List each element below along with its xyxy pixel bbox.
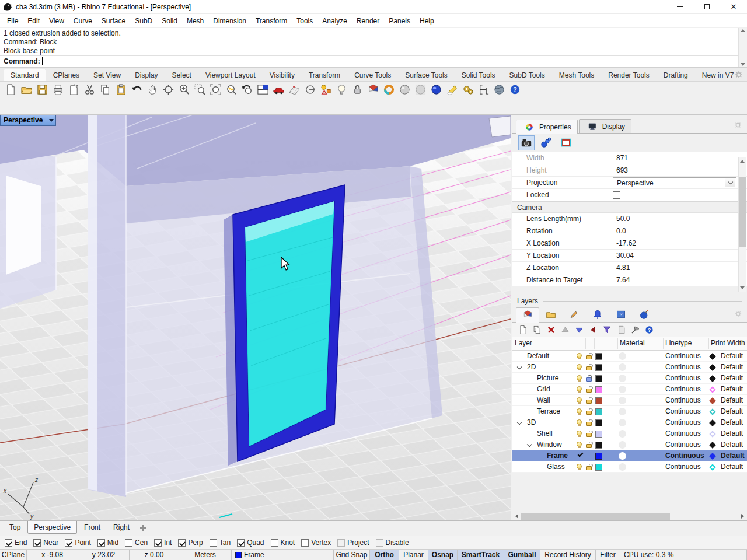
properties-scrollbar[interactable]: [738, 157, 746, 292]
lightbulb-icon[interactable]: [577, 408, 582, 414]
viewport-title-label[interactable]: Perspective: [0, 115, 47, 126]
layer-linetype[interactable]: Continuous: [665, 406, 701, 417]
osnap-end[interactable]: End: [5, 538, 27, 547]
material-preview-ball[interactable]: [619, 363, 626, 371]
checkbox[interactable]: [237, 539, 245, 547]
layer-color-swatch[interactable]: [595, 453, 602, 460]
layer-print-width[interactable]: Default: [721, 450, 745, 461]
layer-print-width[interactable]: Default: [721, 373, 743, 384]
print-color-diamond-icon[interactable]: [709, 430, 715, 437]
new-layer-icon[interactable]: [517, 324, 529, 335]
material-preview-ball[interactable]: [619, 374, 626, 382]
osnap-vertex[interactable]: Vertex: [301, 538, 331, 547]
options-icon[interactable]: [460, 82, 474, 96]
osnap-perp[interactable]: Perp: [178, 538, 203, 547]
toolbar-tab-solid-tools[interactable]: Solid Tools: [455, 69, 502, 81]
command-input[interactable]: Command:: [0, 55, 738, 67]
named-view-icon[interactable]: [271, 82, 285, 96]
toolbar-tab-surface-tools[interactable]: Surface Tools: [398, 69, 455, 81]
layer-print-width[interactable]: Default: [721, 428, 743, 439]
toolbar-tab-select[interactable]: Select: [165, 69, 198, 81]
help-icon[interactable]: ?: [508, 82, 522, 96]
layer-print-width[interactable]: Default: [721, 406, 743, 417]
scrollbar-thumb[interactable]: [739, 177, 746, 247]
menu-item-view[interactable]: View: [44, 15, 69, 27]
material-preview-ball[interactable]: [619, 463, 626, 471]
toolbar-tab-cplanes[interactable]: CPlanes: [46, 69, 86, 81]
print-color-diamond-icon[interactable]: [709, 453, 715, 459]
checkbox[interactable]: [301, 539, 309, 547]
material-preview-ball[interactable]: [619, 386, 626, 393]
layer-linetype[interactable]: Continuous: [665, 384, 701, 395]
panel-tab-properties[interactable]: Properties: [516, 120, 578, 134]
gear-icon[interactable]: [734, 310, 742, 320]
scroll-up-icon[interactable]: [741, 29, 745, 32]
panel-tab-display[interactable]: Display: [579, 119, 631, 133]
set-view-icon[interactable]: [303, 82, 317, 96]
render-environment-icon[interactable]: [492, 82, 506, 96]
layer-print-width[interactable]: Default: [721, 362, 743, 373]
layer-row-wall[interactable]: WallContinuousDefault: [512, 395, 747, 406]
layer-linetype[interactable]: Continuous: [665, 428, 701, 439]
maximize-button[interactable]: [693, 0, 720, 14]
perspective-viewport-canvas[interactable]: z x y: [0, 115, 511, 520]
print-color-diamond-icon[interactable]: [709, 419, 715, 426]
camera-button[interactable]: [518, 135, 535, 150]
toolbar-tab-curve-tools[interactable]: Curve Tools: [347, 69, 398, 81]
open-file-icon[interactable]: [19, 82, 33, 96]
lightbulb-icon[interactable]: [577, 442, 582, 447]
layer-color-swatch[interactable]: [595, 375, 602, 382]
print-icon[interactable]: [51, 82, 65, 96]
status-smarttrack[interactable]: SmartTrack: [458, 550, 504, 560]
ghosted-view-icon[interactable]: [413, 82, 427, 96]
osnap-disable[interactable]: Disable: [376, 538, 409, 547]
lightbulb-icon[interactable]: [577, 386, 582, 391]
menu-item-help[interactable]: Help: [415, 15, 439, 27]
layer-color-swatch[interactable]: [595, 442, 602, 449]
scroll-right-icon[interactable]: [741, 514, 744, 519]
osnap-tan[interactable]: Tan: [210, 538, 231, 547]
padlock-icon[interactable]: [586, 444, 592, 448]
minimize-button[interactable]: [666, 0, 693, 14]
osnap-knot[interactable]: Knot: [271, 538, 295, 547]
menu-item-solid[interactable]: Solid: [157, 15, 182, 27]
shaded-view-icon[interactable]: [397, 82, 411, 96]
status-frame[interactable]: Frame: [232, 550, 334, 560]
checkbox[interactable]: [33, 539, 41, 547]
layer-color-swatch[interactable]: [595, 353, 602, 360]
display-mode-icon[interactable]: [382, 82, 396, 96]
padlock-icon[interactable]: [586, 366, 592, 370]
new-sublayer-icon[interactable]: [531, 324, 543, 335]
layer-linetype[interactable]: Continuous: [665, 439, 701, 450]
layer-row-shell[interactable]: ShellContinuousDefault: [512, 428, 747, 439]
menu-item-panels[interactable]: Panels: [384, 15, 415, 27]
layer-state-icon[interactable]: [366, 82, 380, 96]
measure-icon[interactable]: [476, 82, 490, 96]
status-y-23-02[interactable]: y 23.02: [78, 550, 130, 560]
layer-color-swatch[interactable]: [595, 364, 602, 371]
layer-color-swatch[interactable]: [595, 419, 602, 426]
layer-row-default[interactable]: DefaultContinuousDefault: [512, 351, 747, 362]
delete-layer-icon[interactable]: [545, 324, 557, 335]
copy-icon[interactable]: [98, 82, 112, 96]
layer-tools-icon[interactable]: [629, 324, 641, 335]
checkbox[interactable]: [210, 539, 217, 547]
padlock-icon[interactable]: [586, 355, 592, 359]
padlock-icon[interactable]: [586, 400, 592, 404]
menu-item-render[interactable]: Render: [352, 15, 384, 27]
osnap-mid[interactable]: Mid: [97, 538, 118, 547]
zoom-dynamic-icon[interactable]: [177, 82, 191, 96]
viewport-3d-scene[interactable]: z x y Perspective: [0, 115, 511, 520]
status-meters[interactable]: Meters: [179, 550, 232, 560]
y-location-input[interactable]: 30.04: [613, 250, 736, 261]
layer-print-width[interactable]: Default: [721, 461, 743, 473]
lock-objects-icon[interactable]: [350, 82, 364, 96]
viewport-props-button[interactable]: [558, 135, 574, 150]
print-color-diamond-icon[interactable]: [709, 386, 715, 393]
toolbar-tab-transform[interactable]: Transform: [302, 69, 347, 81]
print-color-diamond-icon[interactable]: [709, 364, 715, 370]
save-icon[interactable]: [35, 82, 49, 96]
layer-color-swatch[interactable]: [595, 408, 602, 415]
osnap-project[interactable]: Project: [337, 538, 369, 547]
layer-row-3d[interactable]: 3DContinuousDefault: [512, 417, 747, 428]
